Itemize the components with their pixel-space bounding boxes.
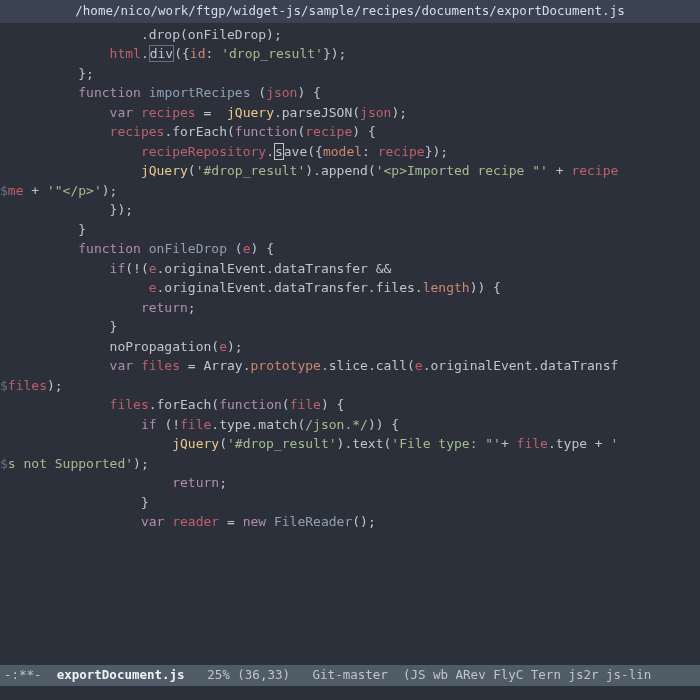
code-line[interactable]: return; (0, 473, 700, 493)
code-line[interactable]: } (0, 220, 700, 240)
modeline-status: -:**- (4, 666, 57, 685)
code-line[interactable]: if(!(e.originalEvent.dataTransfer && (0, 259, 700, 279)
search-highlight: div (149, 45, 174, 62)
code-line[interactable]: recipeRepository.save({model: recipe}); (0, 142, 700, 162)
code-line[interactable]: .drop(onFileDrop); (0, 25, 700, 45)
code-line[interactable]: $s not Supported'); (0, 454, 700, 474)
code-line[interactable]: files.forEach(function(file) { (0, 395, 700, 415)
modeline-buffer-name: exportDocument.js (57, 666, 185, 685)
window-titlebar: /home/nico/work/ftgp/widget-js/sample/re… (0, 0, 700, 23)
code-line[interactable]: e.originalEvent.dataTransfer.files.lengt… (0, 278, 700, 298)
mode-line: -:**- exportDocument.js 25% (36,33) Git-… (0, 665, 700, 686)
code-line[interactable]: var recipes = jQuery.parseJSON(json); (0, 103, 700, 123)
modeline-vc: Git-master (313, 666, 388, 685)
code-line[interactable]: $me + '"</p>'); (0, 181, 700, 201)
code-line[interactable]: jQuery('#drop_result').append('<p>Import… (0, 161, 700, 181)
code-line[interactable]: recipes.forEach(function(recipe) { (0, 122, 700, 142)
code-line[interactable]: var reader = new FileReader(); (0, 512, 700, 532)
code-line[interactable]: $files); (0, 376, 700, 396)
code-line[interactable]: }; (0, 64, 700, 84)
modeline-position: 25% (36,33) (185, 666, 313, 685)
code-line[interactable]: }); (0, 200, 700, 220)
code-line[interactable]: var files = Array.prototype.slice.call(e… (0, 356, 700, 376)
code-line[interactable]: function onFileDrop (e) { (0, 239, 700, 259)
code-line[interactable]: jQuery('#drop_result').text('File type: … (0, 434, 700, 454)
code-line[interactable]: html.div({id: 'drop_result'}); (0, 44, 700, 64)
code-line[interactable]: function importRecipes (json) { (0, 83, 700, 103)
code-line[interactable]: return; (0, 298, 700, 318)
code-line[interactable]: } (0, 493, 700, 513)
modeline-modes: (JS wb ARev FlyC Tern js2r js-lin (388, 666, 651, 685)
code-editor[interactable]: .drop(onFileDrop); html.div({id: 'drop_r… (0, 23, 700, 666)
code-line[interactable]: } (0, 317, 700, 337)
minibuffer[interactable] (0, 686, 700, 700)
text-cursor: s (274, 143, 284, 160)
file-path: /home/nico/work/ftgp/widget-js/sample/re… (75, 3, 624, 18)
code-line[interactable]: noPropagation(e); (0, 337, 700, 357)
code-line[interactable]: if (!file.type.match(/json.*/)) { (0, 415, 700, 435)
